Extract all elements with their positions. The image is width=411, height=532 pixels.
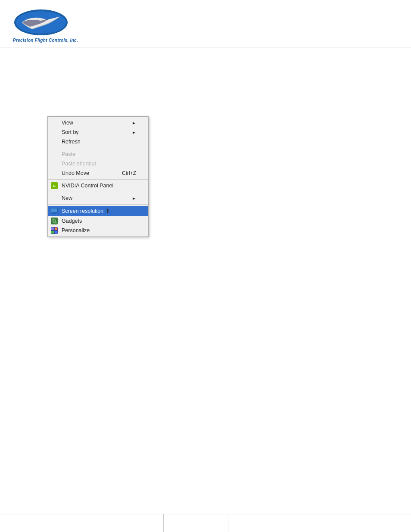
menu-item-paste-label: Paste bbox=[62, 151, 75, 157]
svg-rect-14 bbox=[51, 231, 54, 233]
separator-1 bbox=[48, 148, 148, 148]
screen-resolution-icon bbox=[50, 206, 59, 216]
menu-item-refresh-label: Refresh bbox=[62, 139, 81, 145]
menu-item-new-label: New bbox=[62, 195, 72, 201]
menu-item-paste: Paste bbox=[48, 149, 148, 159]
footer-cell-2 bbox=[164, 514, 228, 532]
menu-item-screen-res-label: Screen resolution bbox=[62, 208, 103, 214]
svg-rect-3 bbox=[51, 208, 57, 212]
menu-item-screen-resolution[interactable]: Screen resolution ⬆ bbox=[48, 206, 148, 216]
svg-rect-9 bbox=[52, 218, 53, 220]
logo-tagline: Precision Flight Controls, Inc. bbox=[13, 38, 78, 43]
menu-item-new[interactable]: New ► bbox=[48, 193, 148, 203]
footer-cell-3 bbox=[228, 514, 411, 532]
menu-item-gadgets-label: Gadgets bbox=[62, 218, 82, 224]
menu-item-refresh[interactable]: Refresh bbox=[48, 137, 148, 146]
new-arrow-icon: ► bbox=[132, 196, 136, 201]
undo-shortcut: Ctrl+Z bbox=[122, 170, 136, 176]
menu-item-undo-label: Undo Move bbox=[62, 170, 89, 176]
separator-3 bbox=[48, 192, 148, 192]
menu-item-gadgets[interactable]: Gadgets bbox=[48, 216, 148, 226]
svg-rect-12 bbox=[51, 227, 54, 230]
menu-item-sort-by[interactable]: Sort by ► bbox=[48, 128, 148, 137]
menu-item-paste-shortcut-label: Paste shortcut bbox=[62, 161, 96, 167]
menu-item-nvidia-label: NVIDIA Control Panel bbox=[62, 183, 113, 189]
menu-item-view[interactable]: View ► bbox=[48, 118, 148, 128]
svg-point-8 bbox=[53, 220, 55, 222]
footer-cell-1 bbox=[0, 514, 164, 532]
separator-4 bbox=[48, 204, 148, 205]
separator-2 bbox=[48, 179, 148, 180]
header-divider bbox=[0, 47, 411, 47]
svg-rect-10 bbox=[55, 222, 57, 224]
menu-item-personalize-label: Personalize bbox=[62, 227, 90, 233]
logo-container: Precision Flight Controls, Inc. bbox=[13, 8, 78, 43]
menu-item-personalize[interactable]: Personalize bbox=[48, 226, 148, 235]
view-arrow-icon: ► bbox=[132, 121, 136, 125]
svg-rect-4 bbox=[53, 213, 56, 214]
svg-rect-13 bbox=[55, 227, 57, 230]
cursor-icon: ⬆ bbox=[105, 208, 110, 215]
logo-image bbox=[13, 8, 69, 37]
header: Precision Flight Controls, Inc. bbox=[0, 0, 411, 47]
svg-rect-5 bbox=[52, 214, 56, 214]
nvidia-icon: N bbox=[50, 181, 59, 190]
menu-item-undo-move[interactable]: Undo Move Ctrl+Z bbox=[48, 168, 148, 178]
sort-arrow-icon: ► bbox=[132, 130, 136, 135]
personalize-icon bbox=[50, 226, 59, 235]
menu-item-view-label: View bbox=[62, 120, 73, 126]
svg-rect-15 bbox=[55, 231, 57, 233]
menu-item-sort-label: Sort by bbox=[62, 129, 79, 135]
menu-item-nvidia[interactable]: N NVIDIA Control Panel bbox=[48, 181, 148, 190]
gadgets-icon bbox=[50, 216, 59, 226]
footer-bar bbox=[0, 514, 411, 532]
menu-item-paste-shortcut: Paste shortcut bbox=[48, 159, 148, 168]
context-menu: View ► Sort by ► Refresh Paste Paste sho… bbox=[47, 116, 149, 237]
